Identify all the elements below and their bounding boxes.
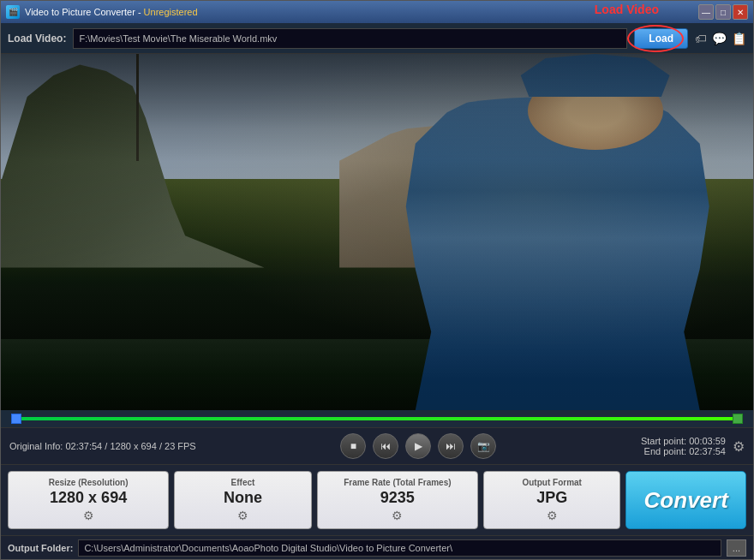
- start-point: Start point: 00:03:59: [641, 436, 726, 446]
- video-preview: [1, 54, 753, 410]
- timeline-handle-right[interactable]: [733, 414, 743, 424]
- stop-button[interactable]: ■: [340, 433, 366, 459]
- video-area: [1, 54, 753, 410]
- framerate-value: 9235: [380, 489, 415, 507]
- format-title: Output Format: [522, 478, 581, 487]
- load-video-floating-label: Load Video: [595, 3, 659, 16]
- maximize-button[interactable]: □: [715, 4, 731, 20]
- load-button[interactable]: Load: [634, 28, 688, 49]
- app-icon: 🎬: [6, 5, 20, 19]
- output-label: Output Folder:: [8, 543, 73, 553]
- effect-value: None: [224, 489, 262, 507]
- playback-controls: ■ ⏮ ▶ ⏭ 📷: [340, 433, 496, 459]
- timeline-points: Start point: 00:03:59 End point: 02:37:5…: [641, 436, 726, 456]
- effect-title: Effect: [231, 478, 255, 487]
- titlebar-controls: — □ ✕: [698, 4, 748, 20]
- format-value: JPG: [536, 489, 567, 507]
- settings-gear-icon[interactable]: ⚙: [733, 438, 745, 455]
- browse-button[interactable]: ...: [727, 539, 746, 557]
- framerate-option[interactable]: Frame Rate (Total Frames) 9235 ⚙: [317, 471, 478, 529]
- output-path-input[interactable]: [78, 539, 721, 557]
- resize-value: 1280 x 694: [50, 489, 127, 507]
- convert-button[interactable]: Convert: [625, 471, 746, 529]
- format-option[interactable]: Output Format JPG ⚙: [483, 471, 621, 529]
- main-window: 🎬 Video to Picture Converter - Unregiste…: [0, 0, 754, 560]
- titlebar-left: 🎬 Video to Picture Converter - Unregiste…: [6, 5, 198, 19]
- snapshot-button[interactable]: 📷: [470, 433, 496, 459]
- effect-gear-icon[interactable]: ⚙: [237, 509, 248, 522]
- framerate-gear-icon[interactable]: ⚙: [392, 509, 403, 522]
- window-separator: -: [138, 7, 144, 17]
- effect-option[interactable]: Effect None ⚙: [174, 471, 312, 529]
- original-info: Original Info: 02:37:54 / 1280 x 694 / 2…: [9, 441, 196, 451]
- format-gear-icon[interactable]: ⚙: [547, 509, 558, 522]
- minimize-button[interactable]: —: [698, 4, 714, 20]
- list-icon[interactable]: 📋: [732, 32, 746, 45]
- controls-right: Start point: 00:03:59 End point: 02:37:5…: [641, 436, 745, 456]
- resize-title: Resize (Resolution): [49, 478, 129, 487]
- output-bar: Output Folder: ...: [1, 535, 753, 559]
- prev-button[interactable]: ⏮: [373, 433, 398, 459]
- timeline-area[interactable]: [1, 410, 753, 427]
- loadbar-icons: 🏷 💬 📋: [695, 32, 746, 45]
- options-bar: Resize (Resolution) 1280 x 694 ⚙ Effect …: [1, 465, 753, 535]
- timeline-handle-left[interactable]: [11, 414, 21, 424]
- load-bar: Load Video: Load Load Video 🏷 💬 📋: [1, 23, 753, 54]
- framerate-title: Frame Rate (Total Frames): [344, 478, 451, 487]
- tags-icon[interactable]: 🏷: [695, 32, 707, 45]
- play-button[interactable]: ▶: [405, 433, 431, 459]
- timeline-fill: [11, 417, 743, 420]
- file-path-input[interactable]: [73, 28, 627, 49]
- load-label: Load Video:: [8, 33, 66, 45]
- speech-icon[interactable]: 💬: [712, 32, 727, 45]
- controls-bar: Original Info: 02:37:54 / 1280 x 694 / 2…: [1, 427, 753, 465]
- window-subtitle: Unregistered: [144, 7, 198, 17]
- close-button[interactable]: ✕: [733, 4, 748, 20]
- end-point: End point: 02:37:54: [641, 446, 726, 456]
- window-title: Video to Picture Converter - Unregistere…: [25, 7, 198, 17]
- next-button[interactable]: ⏭: [438, 433, 464, 459]
- resize-option[interactable]: Resize (Resolution) 1280 x 694 ⚙: [8, 471, 169, 529]
- timeline-track: [11, 417, 743, 420]
- resize-gear-icon[interactable]: ⚙: [83, 509, 94, 522]
